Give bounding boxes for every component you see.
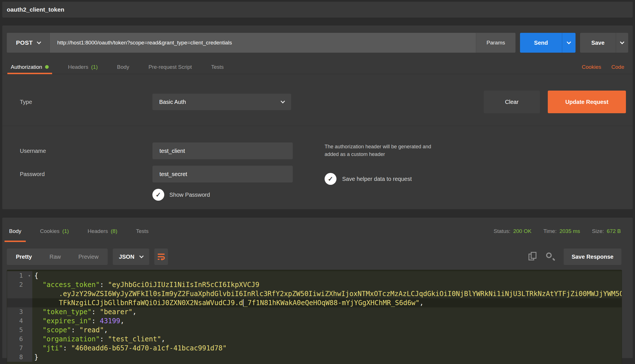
tab-headers[interactable]: Headers (1) <box>66 60 99 74</box>
code-text: "jti": "460eadd6-b657-4d70-a1cf-41bcac99… <box>32 344 622 353</box>
line-number: 2 <box>7 280 32 289</box>
code-text: { <box>32 271 622 280</box>
request-tabs: Authorization Headers (1) Body Pre-reque… <box>2 60 633 74</box>
url-row: POST Params Send Save <box>2 25 633 53</box>
tab-body[interactable]: Body <box>115 60 131 74</box>
auth-type-value: Basic Auth <box>159 99 186 105</box>
response-toolbar: Pretty Raw Preview JSON <box>2 242 633 265</box>
code-text: } <box>32 353 622 362</box>
code-line: 1▾{ <box>7 271 622 280</box>
code-line: 7 "jti": "460eadd6-b657-4d70-a1cf-41bcac… <box>7 344 622 353</box>
chevron-down-icon <box>567 40 571 44</box>
code-text: .eyJzY29wZSI6WyJyZWFkIl0sIm9yZ2FuaXphdGl… <box>32 289 622 298</box>
line-number: 4 <box>7 316 32 326</box>
line-number: 1▾ <box>7 271 32 280</box>
time-badge: Time: 2035 ms <box>543 228 580 234</box>
request-title-bar: oauth2_client_token <box>2 2 633 18</box>
method-dropdown[interactable]: POST <box>7 33 50 53</box>
params-button[interactable]: Params <box>476 33 515 53</box>
page-title: oauth2_client_token <box>7 6 64 13</box>
code-line: 6 "organization": "test_client", <box>7 335 622 344</box>
search-response-button[interactable] <box>545 252 555 262</box>
response-format-value: JSON <box>119 254 134 260</box>
auth-type-select[interactable]: Basic Auth <box>152 94 291 110</box>
response-panel: Body Cookies (1) Headers (8) Tests Statu… <box>2 218 633 358</box>
wrap-lines-button[interactable] <box>154 249 168 265</box>
send-options-button[interactable] <box>562 33 576 53</box>
type-label: Type <box>7 99 152 105</box>
save-response-button[interactable]: Save Response <box>564 249 621 265</box>
chevron-down-icon <box>37 40 41 44</box>
response-format-select[interactable]: JSON <box>113 249 149 265</box>
tab-pre-request-script[interactable]: Pre-request Script <box>147 60 193 74</box>
password-label: Password <box>7 171 152 177</box>
response-tab-tests[interactable]: Tests <box>134 220 151 242</box>
cookies-link[interactable]: Cookies <box>582 64 601 70</box>
save-button[interactable]: Save <box>580 33 616 53</box>
headers-count-badge: (1) <box>91 64 98 70</box>
line-number: 6 <box>7 335 32 344</box>
code-line: .eyJzY29wZSI6WyJyZWFkIl0sIm9yZ2FuaXphdGl… <box>7 289 622 298</box>
update-request-button[interactable]: Update Request <box>548 91 626 113</box>
send-button-group: Send <box>520 33 576 53</box>
code-line: 8} <box>7 353 622 362</box>
url-input[interactable] <box>50 33 476 53</box>
copy-icon <box>529 252 537 262</box>
response-code[interactable]: 1▾{2 "access_token": "eyJhbGciOiJIUzI1Ni… <box>7 270 622 364</box>
line-number <box>7 298 32 307</box>
chevron-down-icon <box>281 99 285 103</box>
response-tab-headers[interactable]: Headers (8) <box>85 220 120 242</box>
line-number: 3 <box>7 307 32 316</box>
response-view-switch: Pretty Raw Preview <box>7 249 108 265</box>
response-tabs-row: Body Cookies (1) Headers (8) Tests Statu… <box>2 218 633 242</box>
save-helper-checkbox[interactable]: ✓ <box>325 173 336 185</box>
view-raw-button[interactable]: Raw <box>50 254 61 260</box>
chevron-down-icon <box>620 40 625 44</box>
code-text: "token_type": "bearer", <box>32 307 622 316</box>
show-password-checkbox[interactable]: ✓ <box>152 189 164 201</box>
send-button[interactable]: Send <box>520 33 562 53</box>
code-line: TFkNzgiLCJjbGllbnRfaWQiOiJ0ZXN0X2NsaWVud… <box>7 298 622 307</box>
save-helper-label: Save helper data to request <box>342 176 412 182</box>
clear-button[interactable]: Clear <box>484 91 540 113</box>
view-preview-button[interactable]: Preview <box>78 254 99 260</box>
url-bar: POST Params <box>7 33 515 53</box>
tab-authorization[interactable]: Authorization <box>9 60 50 74</box>
basic-auth-form: Username Password ✓ Show Password The au… <box>2 126 633 209</box>
show-password-toggle: ✓ Show Password <box>152 189 301 201</box>
line-number <box>7 289 32 298</box>
response-meta: Status: 200 OK Time: 2035 ms Size: 672 B <box>494 228 621 234</box>
code-text: "scope": "read", <box>32 326 622 335</box>
auth-type-row: Type Basic Auth Clear Update Request <box>2 74 633 126</box>
wrap-lines-icon <box>157 252 166 261</box>
response-tab-cookies[interactable]: Cookies (1) <box>38 220 71 242</box>
status-badge: Status: 200 OK <box>494 228 532 234</box>
code-text: "organization": "test_client", <box>32 335 622 344</box>
line-number: 5 <box>7 326 32 335</box>
copy-response-button[interactable] <box>529 252 537 262</box>
response-headers-count-badge: (8) <box>111 228 117 234</box>
cookies-count-badge: (1) <box>62 228 69 234</box>
size-badge: Size: 672 B <box>592 228 621 234</box>
save-options-button[interactable] <box>616 33 628 53</box>
tab-tests[interactable]: Tests <box>209 60 225 74</box>
save-helper-toggle: ✓ Save helper data to request <box>325 173 626 185</box>
method-label: POST <box>16 39 33 46</box>
auth-configured-dot-icon <box>45 65 49 69</box>
code-text: "access_token": "eyJhbGciOiJIUzI1NiIsInR… <box>32 280 622 289</box>
username-field[interactable] <box>152 142 293 159</box>
view-pretty-button[interactable]: Pretty <box>16 254 32 260</box>
code-link[interactable]: Code <box>611 64 624 70</box>
chevron-down-icon <box>139 254 144 258</box>
fold-caret-icon[interactable]: ▾ <box>28 271 31 280</box>
show-password-label: Show Password <box>169 192 210 198</box>
code-line: 3 "token_type": "bearer", <box>7 307 622 316</box>
code-line: 2 "access_token": "eyJhbGciOiJIUzI1NiIsI… <box>7 280 622 289</box>
code-line: 5 "scope": "read", <box>7 326 622 335</box>
password-field[interactable] <box>152 166 293 183</box>
code-text: "expires_in": 43199, <box>32 316 622 326</box>
auth-helper-note: The authorization header will be generat… <box>325 143 626 158</box>
response-tab-body[interactable]: Body <box>7 220 24 242</box>
search-icon <box>545 252 555 262</box>
code-text: TFkNzgiLCJjbGllbnRfaWQiOiJ0ZXN0X2NsaWVud… <box>32 298 622 307</box>
